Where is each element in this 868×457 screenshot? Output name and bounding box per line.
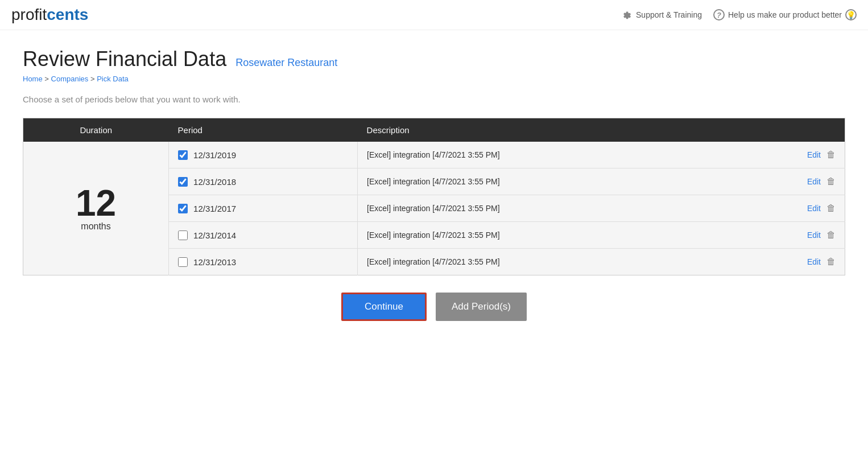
- breadcrumb-home[interactable]: Home: [23, 75, 43, 83]
- breadcrumb-pick-data[interactable]: Pick Data: [97, 75, 129, 83]
- edit-link[interactable]: Edit: [807, 177, 821, 186]
- data-table: Duration Period Description 12months12/3…: [23, 118, 845, 275]
- edit-link[interactable]: Edit: [807, 230, 821, 240]
- question-icon: ?: [713, 9, 725, 20]
- delete-icon[interactable]: 🗑: [826, 257, 836, 266]
- header-right: Support & Training ? Help us make our pr…: [620, 9, 857, 21]
- period-date: 12/31/2013: [193, 257, 236, 267]
- actions-cell: Edit🗑: [729, 195, 845, 222]
- col-duration: Duration: [23, 118, 169, 142]
- period-date: 12/31/2014: [193, 230, 236, 240]
- period-label[interactable]: 12/31/2017: [178, 204, 348, 213]
- actions-cell: Edit🗑: [729, 249, 845, 275]
- add-period-button[interactable]: Add Period(s): [436, 293, 527, 321]
- logo: profitcents: [11, 6, 88, 24]
- main-content: Review Financial Data Rosewater Restaura…: [0, 30, 868, 338]
- description-cell: [Excel] integration [4/7/2021 3:55 PM]: [358, 222, 730, 249]
- edit-link[interactable]: Edit: [807, 150, 821, 159]
- period-cell: 12/31/2014: [169, 222, 358, 249]
- duration-number: 12: [32, 185, 159, 221]
- subtitle: Choose a set of periods below that you w…: [23, 94, 845, 104]
- period-cell: 12/31/2013: [169, 249, 358, 275]
- description-cell: [Excel] integration [4/7/2021 3:55 PM]: [358, 168, 730, 195]
- page-title-row: Review Financial Data Rosewater Restaura…: [23, 47, 845, 71]
- period-date: 12/31/2017: [193, 204, 236, 213]
- col-actions: [729, 118, 845, 142]
- description-cell: [Excel] integration [4/7/2021 3:55 PM]: [358, 195, 730, 222]
- breadcrumb: Home > Companies > Pick Data: [23, 75, 845, 83]
- edit-link[interactable]: Edit: [807, 257, 821, 266]
- breadcrumb-companies[interactable]: Companies: [51, 75, 89, 83]
- period-cell: 12/31/2018: [169, 168, 358, 195]
- period-label[interactable]: 12/31/2014: [178, 230, 348, 240]
- period-label[interactable]: 12/31/2019: [178, 150, 348, 160]
- logo-profit: profit: [11, 6, 47, 23]
- table-row: 12months12/31/2019[Excel] integration [4…: [23, 142, 845, 168]
- period-checkbox[interactable]: [178, 204, 188, 213]
- help-label: Help us make our product better: [728, 10, 842, 19]
- period-cell: 12/31/2017: [169, 195, 358, 222]
- support-training-label: Support & Training: [636, 10, 702, 19]
- delete-icon[interactable]: 🗑: [826, 203, 836, 213]
- gear-icon: [620, 9, 633, 21]
- header: profitcents Support & Training ? Help us…: [0, 0, 868, 30]
- period-cell: 12/31/2019: [169, 142, 358, 168]
- support-training-item[interactable]: Support & Training: [620, 9, 702, 21]
- logo-cents: cents: [47, 6, 88, 23]
- breadcrumb-sep-2: >: [90, 75, 97, 83]
- page-title: Review Financial Data: [23, 47, 226, 71]
- actions-cell: Edit🗑: [729, 222, 845, 249]
- period-checkbox[interactable]: [178, 150, 188, 160]
- button-row: Continue Add Period(s): [23, 293, 845, 321]
- edit-link[interactable]: Edit: [807, 204, 821, 213]
- col-description: Description: [358, 118, 730, 142]
- duration-cell: 12months: [23, 142, 169, 275]
- actions-cell: Edit🗑: [729, 142, 845, 168]
- bulb-icon: 💡: [845, 9, 857, 20]
- delete-icon[interactable]: 🗑: [826, 230, 836, 240]
- description-cell: [Excel] integration [4/7/2021 3:55 PM]: [358, 249, 730, 275]
- period-date: 12/31/2018: [193, 177, 236, 187]
- breadcrumb-sep-1: >: [44, 75, 51, 83]
- period-date: 12/31/2019: [193, 150, 236, 160]
- actions-cell: Edit🗑: [729, 168, 845, 195]
- help-item[interactable]: ? Help us make our product better 💡: [713, 9, 857, 20]
- col-period: Period: [169, 118, 358, 142]
- period-checkbox[interactable]: [178, 257, 188, 267]
- period-label[interactable]: 12/31/2018: [178, 177, 348, 187]
- duration-label: months: [32, 221, 159, 232]
- description-cell: [Excel] integration [4/7/2021 3:55 PM]: [358, 142, 730, 168]
- period-label[interactable]: 12/31/2013: [178, 257, 348, 267]
- continue-button[interactable]: Continue: [341, 293, 427, 321]
- period-checkbox[interactable]: [178, 177, 188, 187]
- delete-icon[interactable]: 🗑: [826, 176, 836, 186]
- period-checkbox[interactable]: [178, 230, 188, 240]
- company-link[interactable]: Rosewater Restaurant: [235, 57, 337, 69]
- delete-icon[interactable]: 🗑: [826, 150, 836, 159]
